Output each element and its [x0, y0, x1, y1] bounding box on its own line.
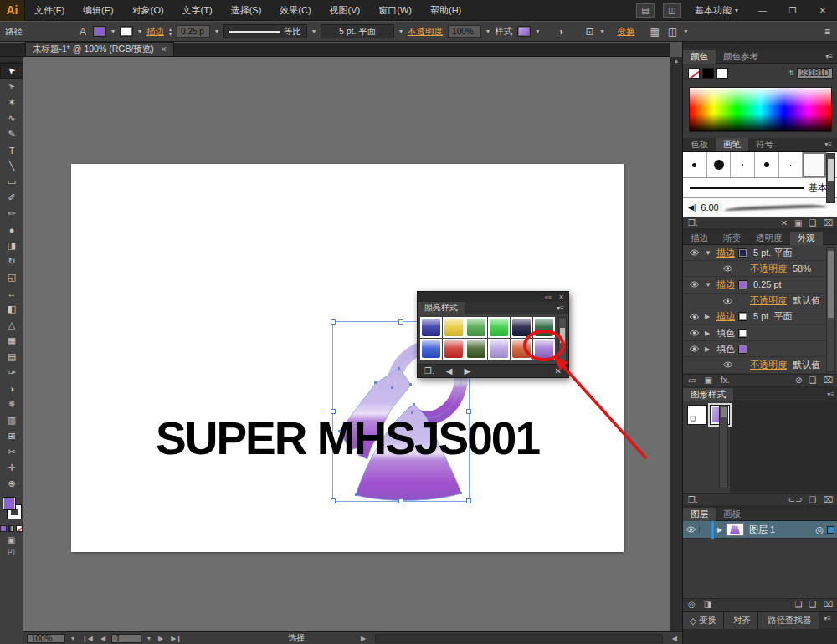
layer-row[interactable]: ▶ 图层 1 ◎	[683, 521, 837, 539]
collapse-icon[interactable]: ««	[544, 294, 552, 301]
document-layout-icon[interactable]: ◫	[663, 3, 681, 18]
default-style-swatch[interactable]: ❏	[687, 405, 707, 425]
none-swatch[interactable]	[688, 68, 700, 79]
collapsed-panel-tab[interactable]: 对齐	[724, 612, 758, 629]
tool-button[interactable]: ▦	[0, 333, 23, 349]
scrollbar-thumb[interactable]	[560, 328, 565, 343]
appearance-label[interactable]: 填色	[716, 327, 735, 340]
panel-tab[interactable]: 画板	[716, 508, 748, 521]
fill-color-swatch[interactable]	[93, 26, 106, 37]
artboard-dropdown-icon[interactable]: ▾	[146, 635, 152, 642]
style-swatch[interactable]	[488, 339, 510, 360]
menu-item[interactable]: 效果(C)	[270, 0, 320, 21]
visibility-eye-icon[interactable]	[720, 265, 735, 272]
menu-item[interactable]: 文件(F)	[25, 0, 74, 21]
menu-item[interactable]: 窗口(W)	[369, 0, 421, 21]
scrollbar-thumb[interactable]	[828, 159, 834, 181]
tool-button[interactable]: ↔	[0, 285, 23, 301]
close-tab-icon[interactable]: ✕	[161, 45, 167, 54]
panel-tab[interactable]: 色板	[683, 138, 716, 151]
transform-panel-link[interactable]: 变换	[617, 26, 634, 38]
tool-button[interactable]: ◑	[0, 381, 23, 396]
close-icon[interactable]: ✕	[558, 294, 564, 301]
make-clipping-mask-icon[interactable]: ◨	[704, 600, 711, 609]
appearance-swatch[interactable]	[738, 312, 747, 321]
style-swatch[interactable]	[511, 317, 532, 338]
select-similar-icon[interactable]: ⊡	[583, 26, 595, 38]
tool-button[interactable]: ✛	[0, 460, 23, 476]
tool-button[interactable]: ➢	[0, 79, 23, 95]
visibility-eye-icon[interactable]	[686, 281, 701, 288]
new-effect-icon[interactable]: fx.	[721, 376, 730, 385]
canvas[interactable]: SUPER MHSJS001 «« ✕ 照亮样式 ▾≡	[23, 57, 670, 631]
appearance-row[interactable]: ▼ 描边 5 pt. 平面	[683, 245, 837, 261]
opacity-panel-link[interactable]: 不透明度	[408, 26, 443, 38]
brush-swatch[interactable]	[707, 152, 732, 177]
black-swatch[interactable]	[702, 68, 714, 79]
tool-button[interactable]: ◨	[0, 238, 23, 253]
chevron-down-icon[interactable]: ▾	[215, 28, 218, 35]
appearance-swatch[interactable]	[738, 280, 747, 289]
new-stroke-icon[interactable]: ▭	[688, 376, 696, 385]
appearance-label[interactable]: 描边	[716, 247, 735, 259]
scrollbar[interactable]	[826, 153, 835, 203]
panel-menu-icon[interactable]: ▾≡	[824, 141, 835, 148]
stroke-weight-field[interactable]: 0.25 p	[177, 25, 210, 38]
canvas-scrollbar[interactable]: ▴	[670, 57, 682, 644]
panel-tab[interactable]: 颜色参考	[716, 50, 766, 64]
panel-menu-icon[interactable]: ▾≡	[557, 304, 568, 312]
chevron-down-icon[interactable]: ▾	[600, 28, 603, 35]
layer-selected-chip[interactable]	[827, 526, 834, 534]
stroke-color-swatch[interactable]	[120, 26, 133, 37]
style-swatch[interactable]	[443, 339, 465, 360]
delete-layer-icon[interactable]: ⌧	[823, 600, 833, 609]
panel-tab[interactable]: 渐变	[716, 232, 748, 245]
appearance-label[interactable]: 不透明度	[750, 294, 787, 307]
appearance-swatch[interactable]	[738, 329, 747, 338]
panel-menu-icon[interactable]: ▾≡	[824, 615, 834, 622]
selection-handle[interactable]	[331, 319, 336, 325]
scrollbar[interactable]	[558, 317, 567, 361]
style-swatch[interactable]	[465, 317, 487, 338]
tool-button[interactable]: △	[0, 317, 23, 333]
style-swatch[interactable]	[420, 339, 442, 360]
swap-colors-icon[interactable]: ⇅	[788, 69, 794, 77]
chevron-down-icon[interactable]: ▾	[399, 28, 403, 35]
appearance-swatch[interactable]	[738, 248, 747, 258]
appearance-row[interactable]: 不透明度 默认值	[683, 294, 837, 309]
panel-tab[interactable]: 符号	[748, 138, 781, 151]
tool-button[interactable]: ✵	[0, 396, 23, 412]
menu-item[interactable]: 文字(T)	[173, 0, 222, 21]
color-spectrum[interactable]	[689, 87, 832, 132]
prev-artboard-icon[interactable]: ◀	[99, 635, 107, 642]
horizontal-scrollbar[interactable]	[375, 634, 663, 643]
panel-tab[interactable]: 照亮样式	[418, 302, 465, 314]
tool-button[interactable]: ╲	[0, 158, 23, 174]
style-swatch[interactable]	[533, 317, 555, 338]
white-swatch[interactable]	[716, 68, 728, 79]
visibility-eye-icon[interactable]	[686, 314, 701, 320]
style-swatch[interactable]	[511, 339, 532, 360]
style-swatch[interactable]	[420, 317, 442, 338]
appearance-label[interactable]: 不透明度	[750, 263, 787, 275]
menu-item[interactable]: 选择(S)	[222, 0, 271, 21]
appearance-label[interactable]: 描边	[716, 310, 735, 323]
app-logo[interactable]: Ai	[0, 0, 25, 21]
chevron-down-icon[interactable]: ▾	[536, 28, 539, 35]
new-sublayer-icon[interactable]: ❏	[795, 600, 803, 609]
graphic-style-swatch[interactable]	[517, 26, 531, 37]
library-menu-icon[interactable]: ❒.	[424, 366, 434, 376]
new-brush-icon[interactable]: ❑	[809, 218, 817, 227]
document-tab[interactable]: 未标题-1* @ 100% (RGB/预览) ✕	[25, 42, 174, 56]
style-swatch[interactable]	[488, 317, 510, 338]
chevron-down-icon[interactable]: ▾	[138, 28, 141, 35]
scrollbar-thumb[interactable]	[721, 407, 727, 417]
expander-icon[interactable]: ▶	[714, 526, 726, 534]
tool-button[interactable]: ◱	[0, 269, 23, 285]
appearance-row[interactable]: ▶ 填色	[683, 325, 837, 341]
layer-target-icon[interactable]: ◎	[815, 524, 824, 535]
menu-item[interactable]: 对象(O)	[123, 0, 173, 21]
layer-thumbnail[interactable]	[726, 523, 744, 536]
width-profile-select[interactable]: 等比	[223, 24, 307, 38]
brush-row-charcoal[interactable]: ◀| 6.00	[683, 198, 837, 216]
